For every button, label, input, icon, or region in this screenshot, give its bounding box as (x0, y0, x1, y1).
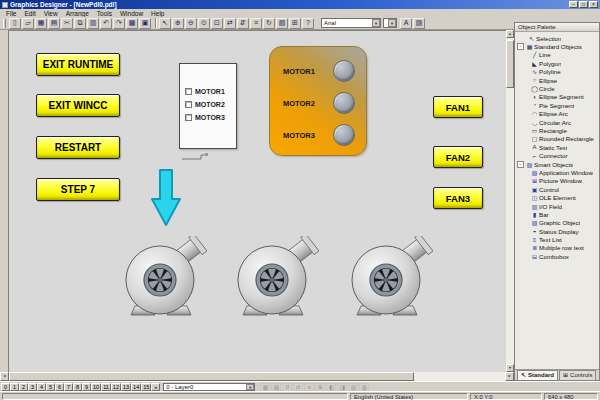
palette-group-smart-objects[interactable]: -▧Smart Objects (515, 160, 599, 168)
palette-item-polygon[interactable]: ◣Polygon (515, 59, 599, 67)
button-fan3[interactable]: FAN3 (433, 187, 483, 209)
grid-snap-icon[interactable]: ⊞ (315, 383, 325, 391)
palette-item-selection[interactable]: ↖Selection (515, 34, 599, 42)
close-button[interactable]: × (589, 1, 598, 8)
layer-button-10[interactable]: 10 (91, 383, 101, 391)
active-layer-combobox[interactable]: 0 - Layer0 ▼ (163, 383, 255, 391)
layer-lock-icon[interactable]: ▧ (271, 383, 281, 391)
collapse-icon[interactable]: - (517, 161, 524, 168)
layer-button-11[interactable]: 11 (101, 383, 111, 391)
toolbar-rotate-button[interactable]: ↻ (263, 18, 275, 29)
tab-controls[interactable]: ⊞ Controls (559, 370, 596, 380)
palette-title[interactable]: Object Palette (515, 23, 599, 32)
menu-view[interactable]: View (40, 10, 62, 17)
menu-help[interactable]: Help (147, 10, 168, 17)
palette-item-rectangle[interactable]: ▭Rectangle (515, 126, 599, 134)
palette-item-polyline[interactable]: ∿Polyline (515, 68, 599, 76)
blower-2[interactable] (231, 236, 319, 318)
tab-standard[interactable]: ↖ Standard (517, 370, 558, 380)
palette-item-circle[interactable]: ◯Circle (515, 84, 599, 92)
toolbar-redo-button[interactable]: ↷ (113, 18, 125, 29)
chevron-down-icon[interactable]: ▼ (372, 19, 380, 27)
layer-button-13[interactable]: 13 (121, 383, 131, 391)
toolbar-save-button[interactable]: ▦ (35, 18, 47, 29)
layer-button-[interactable]: » (151, 383, 160, 391)
toolbar-align-button[interactable]: ≡ (250, 18, 262, 29)
motor-indicator-panel[interactable]: MOTOR1MOTOR2MOTOR3 (269, 46, 367, 156)
checkbox-motor1[interactable] (185, 88, 192, 95)
toolbar-mirror-horizontal-button[interactable]: ⇄ (224, 18, 236, 29)
palette-item-ellipse-segment[interactable]: ◖Ellipse Segment (515, 93, 599, 101)
chevron-down-icon[interactable]: ▼ (388, 19, 396, 27)
down-arrow[interactable] (149, 169, 183, 227)
toolbar-fill-color-button[interactable]: ▨ (413, 18, 425, 29)
palette-item-rounded-rectangle[interactable]: ▢Rounded Rectangle (515, 135, 599, 143)
checkbox-motor3[interactable] (185, 114, 192, 121)
toolbar-zoom-window-button[interactable]: ⊡ (211, 18, 223, 29)
toolbar-copy-button[interactable]: ⧉ (74, 18, 86, 29)
palette-item-graphic-object[interactable]: ▨Graphic Object (515, 219, 599, 227)
palette-item-connector[interactable]: ⌐Connector (515, 151, 599, 159)
toolbar-help-button[interactable]: ? (302, 18, 314, 29)
move-down-icon[interactable]: ⇄ (293, 383, 303, 391)
font-name-combobox[interactable]: Arial ▼ (321, 18, 381, 28)
list-icon[interactable]: ≡ (304, 383, 314, 391)
motor-checkbox-panel[interactable]: MOTOR1MOTOR2MOTOR3 (179, 63, 237, 149)
layer-button-12[interactable]: 12 (111, 383, 121, 391)
palette-item-circular-arc[interactable]: ◡Circular Arc (515, 118, 599, 126)
vertical-scrollbar[interactable]: ▲ ▼ (506, 30, 514, 372)
menu-tools[interactable]: Tools (93, 10, 116, 17)
toolbar-mirror-vertical-button[interactable]: ⇵ (237, 18, 249, 29)
button-restart[interactable]: RESTART (36, 136, 120, 159)
toolbar-paste-button[interactable]: ▥ (87, 18, 99, 29)
button-step-7[interactable]: STEP 7 (36, 178, 120, 201)
palette-item-multiple-row-text[interactable]: ≣Multiple row text (515, 244, 599, 252)
layer-visible-icon[interactable]: ▦ (260, 383, 270, 391)
palette-item-application-window[interactable]: ▧Application Window (515, 168, 599, 176)
palette-item-status-display[interactable]: ◒Status Display (515, 227, 599, 235)
toolbar-open-file-button[interactable]: ▱ (22, 18, 34, 29)
blower-3[interactable] (345, 236, 433, 318)
menu-edit[interactable]: Edit (20, 10, 39, 17)
layer-button-1[interactable]: 1 (10, 383, 19, 391)
palette-item-ellipse-arc[interactable]: ◠Ellipse Arc (515, 110, 599, 118)
palette-item-text-list[interactable]: ≡Text List (515, 235, 599, 243)
toolbar-zoom-original-button[interactable]: ⊙ (198, 18, 210, 29)
palette-group-standard-objects[interactable]: -▦Standard Objects (515, 42, 599, 50)
layer-button-6[interactable]: 6 (55, 383, 64, 391)
font-size-combobox[interactable]: ▼ (383, 18, 397, 28)
layer-button-14[interactable]: 14 (131, 383, 141, 391)
toolbar-grid-button[interactable]: ⊞ (289, 18, 301, 29)
align-left-icon[interactable]: ◧ (326, 383, 336, 391)
toolbar-layers-button[interactable]: ▧ (276, 18, 288, 29)
palette-item-i-o-field[interactable]: ▥I/O Field (515, 202, 599, 210)
palette-item-control[interactable]: ▣Control (515, 185, 599, 193)
button-fan2[interactable]: FAN2 (433, 146, 483, 168)
toolbar-select-button[interactable]: ↖ (159, 18, 171, 29)
blower-1[interactable] (119, 236, 207, 318)
palette-item-line[interactable]: ╱Line (515, 51, 599, 59)
layer-button-5[interactable]: 5 (46, 383, 55, 391)
horizontal-scrollbar[interactable]: ◄ ► (0, 372, 514, 381)
button-exit-wincc[interactable]: EXIT WINCC (36, 94, 120, 117)
toolbar-font-color-button[interactable]: A (400, 18, 412, 29)
toolbar-cut-button[interactable]: ✂ (61, 18, 73, 29)
scroll-left-icon[interactable]: ◄ (0, 372, 9, 381)
chevron-down-icon[interactable]: ▼ (246, 384, 254, 390)
palette-item-ellipse[interactable]: ○Ellipse (515, 76, 599, 84)
toolbar-print-button[interactable]: ▤ (48, 18, 60, 29)
palette-item-static-text[interactable]: AStatic Text (515, 143, 599, 151)
indicator-lamp-motor1[interactable] (333, 60, 355, 82)
scroll-up-icon[interactable]: ▲ (506, 30, 514, 38)
scroll-down-icon[interactable]: ▼ (506, 364, 514, 372)
palette-item-combobox[interactable]: ⊟Combobox (515, 252, 599, 260)
layer-button-2[interactable]: 2 (19, 383, 28, 391)
layer-button-0[interactable]: 0 (1, 383, 10, 391)
menu-file[interactable]: File (2, 10, 20, 17)
indicator-lamp-motor3[interactable] (333, 124, 355, 146)
toolbar-zoom-in-button[interactable]: ⊕ (172, 18, 184, 29)
menu-window[interactable]: Window (116, 10, 147, 17)
button-exit-runtime[interactable]: EXIT RUNTIME (36, 53, 120, 76)
minimize-button[interactable]: – (569, 1, 578, 8)
toolbar-undo-button[interactable]: ↶ (100, 18, 112, 29)
